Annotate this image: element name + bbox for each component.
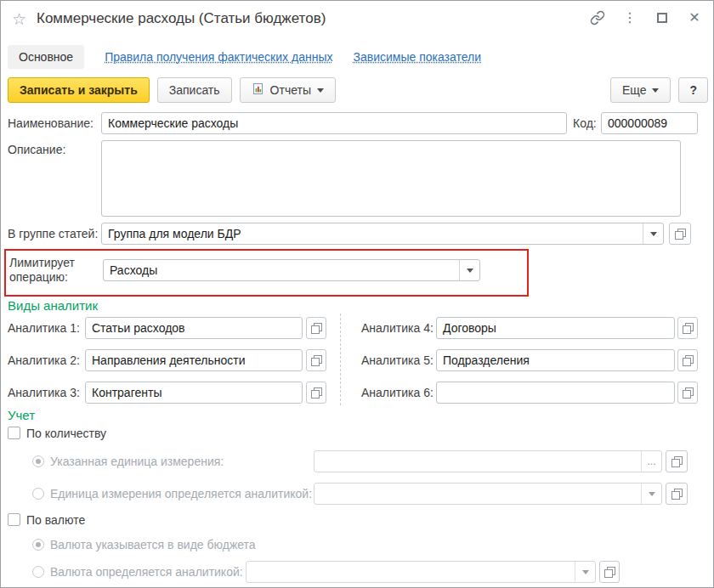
currency-in-budget-radio[interactable] xyxy=(32,539,44,551)
analytics-5-value: Подразделения xyxy=(437,350,674,370)
analytics-5-open-button[interactable] xyxy=(677,349,698,371)
column-divider xyxy=(340,314,341,405)
open-form-icon xyxy=(672,456,683,467)
open-form-icon xyxy=(311,323,322,334)
limit-operation-value: Расходы xyxy=(104,260,459,280)
analytics-2-value: Направления деятельности xyxy=(86,350,302,370)
currency-by-analytics-combobox[interactable] xyxy=(246,561,596,583)
toolbar: Записать и закрыть Записать Отчеты Еще ? xyxy=(8,77,708,103)
chevron-down-icon xyxy=(652,88,659,96)
kebab-menu-icon[interactable]: ⋮ xyxy=(621,9,638,26)
by-currency-checkbox[interactable] xyxy=(8,513,20,526)
tab-fact-rules[interactable]: Правила получения фактических данных xyxy=(105,50,332,64)
analytics-5-field[interactable]: Подразделения xyxy=(436,349,675,371)
currency-by-analytics-radio[interactable] xyxy=(32,566,44,578)
analytics-1-value: Статьи расходов xyxy=(86,318,302,338)
analytics-4-field[interactable]: Договоры xyxy=(436,317,675,339)
reports-button-label: Отчеты xyxy=(270,83,311,97)
code-label: Код: xyxy=(573,112,597,134)
tab-dependent-indicators[interactable]: Зависимые показатели xyxy=(353,50,481,64)
help-button[interactable]: ? xyxy=(678,77,708,103)
description-label: Описание: xyxy=(8,139,65,161)
reports-button[interactable]: Отчеты xyxy=(240,77,336,103)
link-icon[interactable] xyxy=(589,9,606,26)
page-title: Коммерческие расходы (Статьи бюджетов) xyxy=(37,10,326,27)
analytics-4-label: Аналитика 4: xyxy=(361,317,434,339)
analytics-3-label: Аналитика 3: xyxy=(8,382,80,404)
analytics-6-value xyxy=(437,382,674,403)
analytics-1-label: Аналитика 1: xyxy=(8,317,80,339)
dropdown-arrow-icon[interactable] xyxy=(575,562,595,582)
group-combobox[interactable]: Группа для модели БДР xyxy=(101,223,664,245)
analytics-2-open-button[interactable] xyxy=(306,349,326,371)
analytics-6-open-button[interactable] xyxy=(677,382,698,404)
report-icon xyxy=(252,82,264,98)
analytics-1-field[interactable]: Статьи расходов xyxy=(85,317,303,339)
analytics-3-field[interactable]: Контрагенты xyxy=(85,382,303,404)
chevron-down-icon xyxy=(317,88,324,96)
unit-specified-value xyxy=(314,451,641,472)
currency-by-analytics-open-button[interactable] xyxy=(599,561,620,583)
dropdown-arrow-icon[interactable] xyxy=(641,483,661,504)
title-bar: ☆ Коммерческие расходы (Статьи бюджетов)… xyxy=(1,1,713,40)
highlight-annotation: Лимитирует операцию: Расходы xyxy=(4,249,529,297)
more-button[interactable]: Еще xyxy=(610,77,672,103)
unit-specified-radio[interactable] xyxy=(32,455,44,467)
accounting-section-header: Учет xyxy=(8,408,35,422)
unit-specified-label: Указанная единица измерения: xyxy=(50,450,224,472)
ellipsis-button[interactable]: ... xyxy=(641,451,661,472)
dropdown-arrow-icon[interactable] xyxy=(459,260,479,280)
unit-by-analytics-radio[interactable] xyxy=(32,488,44,500)
tab-main[interactable]: Основное xyxy=(8,45,84,69)
by-quantity-checkbox[interactable] xyxy=(8,427,20,439)
analytics-2-field[interactable]: Направления деятельности xyxy=(85,349,303,371)
close-icon[interactable]: ✕ xyxy=(686,9,703,26)
analytics-5-label: Аналитика 5: xyxy=(361,349,434,371)
tab-bar: Основное Правила получения фактических д… xyxy=(8,45,481,69)
open-form-icon xyxy=(683,323,694,334)
open-form-icon xyxy=(675,229,686,240)
unit-specified-open-button[interactable] xyxy=(666,450,688,472)
more-button-label: Еще xyxy=(622,83,647,97)
name-input[interactable] xyxy=(101,112,567,134)
analytics-6-field[interactable] xyxy=(436,382,675,404)
open-form-icon xyxy=(672,489,683,500)
currency-by-analytics-label: Валюта определяется аналитикой: xyxy=(50,561,243,583)
open-form-icon xyxy=(683,355,694,366)
description-textarea[interactable] xyxy=(101,140,681,217)
dropdown-arrow-icon[interactable] xyxy=(643,223,663,244)
name-label: Наименование: xyxy=(8,112,94,134)
unit-by-analytics-combobox[interactable] xyxy=(314,483,662,505)
form-window: ☆ Коммерческие расходы (Статьи бюджетов)… xyxy=(0,0,714,588)
analytics-6-label: Аналитика 6: xyxy=(361,382,434,404)
by-quantity-label: По количеству xyxy=(26,422,106,444)
unit-by-analytics-open-button[interactable] xyxy=(666,483,688,505)
unit-by-analytics-value xyxy=(314,483,641,504)
analytics-3-value: Контрагенты xyxy=(86,382,302,403)
window-controls: ⋮ ✕ xyxy=(589,9,703,26)
open-form-icon xyxy=(604,567,615,578)
unit-by-analytics-label: Единица измерения определяется аналитико… xyxy=(50,483,312,505)
by-currency-label: По валюте xyxy=(26,509,85,531)
save-button[interactable]: Записать xyxy=(157,77,232,103)
analytics-section-header: Виды аналитик xyxy=(8,298,98,313)
code-input[interactable] xyxy=(601,112,698,134)
maximize-icon[interactable] xyxy=(654,9,671,26)
currency-in-budget-label: Валюта указывается в виде бюджета xyxy=(50,534,256,556)
currency-by-analytics-value xyxy=(246,562,575,582)
analytics-4-value: Договоры xyxy=(437,318,674,338)
limit-operation-combobox[interactable]: Расходы xyxy=(103,259,480,281)
open-form-icon xyxy=(683,387,694,399)
save-and-close-button[interactable]: Записать и закрыть xyxy=(8,77,150,103)
open-form-icon xyxy=(311,355,322,366)
analytics-3-open-button[interactable] xyxy=(306,382,326,404)
group-value: Группа для модели БДР xyxy=(102,223,643,244)
group-label: В группе статей: xyxy=(8,223,98,245)
analytics-2-label: Аналитика 2: xyxy=(8,349,80,371)
favorite-star-icon[interactable]: ☆ xyxy=(12,9,26,29)
open-form-icon xyxy=(311,387,322,399)
analytics-1-open-button[interactable] xyxy=(306,317,326,339)
group-open-button[interactable] xyxy=(669,223,691,245)
unit-specified-field[interactable]: ... xyxy=(314,450,662,472)
analytics-4-open-button[interactable] xyxy=(677,317,698,339)
